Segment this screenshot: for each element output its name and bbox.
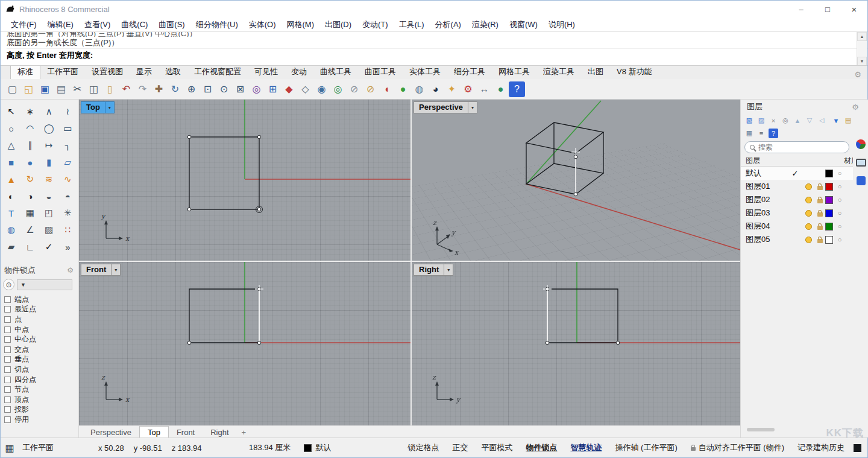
toolbar-tab[interactable]: 可见性	[248, 65, 285, 79]
layer-color-swatch[interactable]	[825, 183, 833, 191]
menu-item[interactable]: 细分物件(U)	[190, 17, 244, 32]
box-right-profile[interactable]	[546, 287, 620, 345]
layer-row[interactable]: 图层02 ✓ ○	[741, 193, 853, 206]
layer-search-input[interactable]	[758, 143, 844, 151]
viewport-title-top[interactable]: Top ▾	[81, 101, 115, 113]
undo-icon[interactable]: ↶	[118, 81, 134, 97]
move-up-icon[interactable]: ▲	[793, 116, 802, 126]
select-icon[interactable]: ↖	[2, 103, 20, 120]
panel-menu-icon[interactable]: ≡	[756, 129, 766, 138]
command-prompt[interactable]: 高度, 按 Enter 套用宽度:	[7, 48, 867, 61]
gumball-toggle[interactable]: 操作轴 (工作平面)	[608, 442, 684, 453]
display-panel-icon[interactable]	[856, 159, 866, 167]
layer-visibility-bulb-icon[interactable]	[802, 237, 814, 243]
help-icon[interactable]: ?	[769, 129, 778, 138]
planar-toggle[interactable]: 平面模式	[474, 442, 519, 453]
scroll-up-icon[interactable]: ▲	[857, 32, 867, 41]
viewport-right[interactable]: Right ▾ z y	[412, 262, 740, 425]
box-wireframe[interactable]	[526, 122, 603, 196]
grid-snap-toggle[interactable]: 锁定格点	[401, 442, 445, 453]
plane-icon[interactable]: ▱	[58, 154, 77, 171]
layer-color-swatch[interactable]	[825, 223, 833, 231]
checkbox[interactable]	[4, 316, 11, 323]
box-front-profile[interactable]	[187, 287, 261, 345]
ortho-toggle[interactable]: 正交	[445, 442, 474, 453]
maximize-button[interactable]: □	[814, 1, 841, 17]
blend-icon[interactable]: ◓	[58, 188, 77, 205]
save-icon[interactable]: ▣	[37, 81, 53, 97]
notifications-panel-icon[interactable]	[857, 176, 866, 185]
menu-item[interactable]: 说明(H)	[543, 17, 580, 32]
viewport-tab[interactable]: Right	[203, 426, 236, 438]
measure-icon[interactable]: ∟	[20, 238, 39, 255]
boolean-union-icon[interactable]: ◐	[2, 188, 20, 205]
record-history-icon[interactable]	[854, 444, 861, 452]
checkbox[interactable]	[4, 326, 11, 333]
sweep-icon[interactable]: ∿	[58, 171, 77, 188]
check-selection-icon[interactable]: ✓	[40, 238, 58, 255]
layer-material-icon[interactable]: ○	[833, 196, 846, 203]
dimension-icon[interactable]: ∠	[20, 221, 39, 238]
scroll-down-icon[interactable]: ▼	[857, 57, 867, 66]
offset-icon[interactable]: ∥	[20, 137, 39, 154]
cut-icon[interactable]: ✂	[69, 81, 86, 97]
osnap-toggle[interactable]: 物件锁点	[519, 442, 564, 453]
layer-color-swatch[interactable]	[825, 170, 833, 177]
checkbox[interactable]	[4, 336, 11, 343]
loft-icon[interactable]: ≋	[40, 171, 58, 188]
menu-item[interactable]: 渲染(R)	[467, 17, 504, 32]
zoom-selected-icon[interactable]: ⊙	[216, 81, 232, 97]
boolean-difference-icon[interactable]: ◑	[20, 188, 39, 205]
polyline-icon[interactable]: ∧	[40, 103, 58, 120]
menu-item[interactable]: 编辑(E)	[42, 17, 79, 32]
osnap-option[interactable]: 端点	[4, 294, 78, 305]
hatch-icon[interactable]: ▨	[40, 221, 58, 238]
layer-row[interactable]: 图层01 ✓ ○	[741, 180, 853, 193]
zoom-dynamic-icon[interactable]: ⊕	[183, 81, 200, 97]
render-panel-icon[interactable]	[856, 139, 866, 149]
delete-layer-icon[interactable]: ×	[769, 116, 778, 126]
osnap-option[interactable]: 停用	[4, 415, 78, 425]
layer-material-icon[interactable]: ○	[833, 236, 846, 243]
chevron-down-icon[interactable]: ▾	[444, 264, 453, 276]
osnap-option[interactable]: 投影	[4, 405, 78, 415]
explode-icon[interactable]: ✳	[58, 205, 77, 221]
columns-icon[interactable]: ▦	[744, 129, 754, 138]
group-icon[interactable]: ◰	[40, 205, 58, 221]
osnap-option[interactable]: 切点	[4, 364, 78, 375]
zoom-extents-icon[interactable]: ⊠	[232, 81, 248, 97]
control-points-icon[interactable]: ∗	[20, 103, 39, 120]
smarttrack-toggle[interactable]: 智慧轨迹	[564, 442, 608, 453]
match-layer-icon[interactable]: ◎	[781, 116, 790, 126]
checkbox[interactable]	[4, 386, 11, 393]
layer-visibility-bulb-icon[interactable]	[802, 223, 814, 230]
copy-icon[interactable]: ◫	[86, 81, 102, 97]
extend-icon[interactable]: ↦	[40, 137, 58, 154]
viewport-title-perspective[interactable]: Perspective ▾	[414, 101, 477, 113]
osnap-option[interactable]: 节点	[4, 384, 78, 395]
new-file-icon[interactable]: ▢	[4, 81, 20, 97]
polygon-icon[interactable]: △	[2, 137, 20, 154]
toolbar-tab[interactable]: 设置视图	[85, 65, 130, 79]
osnap-option[interactable]: 顶点	[4, 395, 78, 405]
surface-tools-icon[interactable]: ◍	[2, 221, 20, 238]
toolbar-tab[interactable]: 渲染工具	[536, 65, 581, 79]
checkbox[interactable]	[4, 366, 11, 373]
menu-item[interactable]: 出图(D)	[319, 17, 357, 32]
osnap-option[interactable]: 中心点	[4, 334, 78, 345]
gear-icon[interactable]: ⚙	[67, 266, 74, 275]
unlock-icon[interactable]: ⊘	[362, 81, 379, 97]
osnap-filter-button[interactable]: ▼	[17, 279, 72, 290]
osnap-option[interactable]: 交点	[4, 345, 78, 355]
toolbar-tab[interactable]: 选取	[159, 65, 187, 79]
osnap-option[interactable]: 最近点	[4, 305, 78, 315]
layer-row[interactable]: 图层03 ✓ ○	[741, 206, 853, 220]
fillet-edge-icon[interactable]: ◒	[40, 188, 58, 205]
torus-icon[interactable]: ◍	[411, 81, 427, 97]
checkbox[interactable]	[4, 416, 11, 423]
zoom-target-icon[interactable]: ◎	[248, 81, 265, 97]
point-cloud-icon[interactable]: ∷	[58, 221, 77, 238]
sphere-icon[interactable]: ●	[20, 154, 39, 171]
pan-icon[interactable]: ✚	[151, 81, 167, 97]
earth-icon[interactable]: ●	[492, 81, 509, 97]
